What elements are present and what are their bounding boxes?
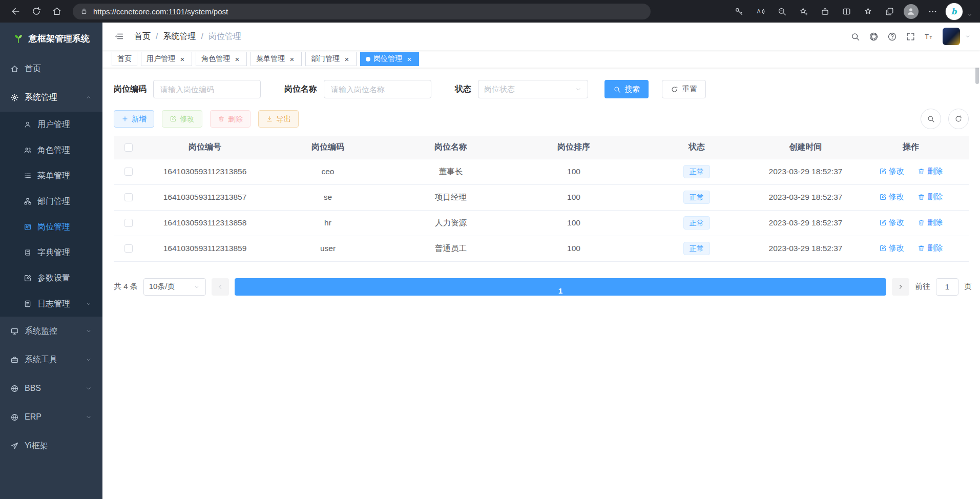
delete-button[interactable]: 删除 [210, 110, 251, 128]
collections-button[interactable] [881, 3, 898, 20]
zoom-button[interactable] [773, 3, 790, 20]
delete-row-button[interactable]: 删除 [918, 167, 943, 176]
sidebar-item-yi-framework[interactable]: Yi框架 [0, 431, 102, 460]
sidebar-item-dict-mgmt[interactable]: 字典管理 [0, 240, 102, 265]
delete-row-button[interactable]: 删除 [918, 218, 943, 227]
breadcrumb-home[interactable]: 首页 [134, 31, 151, 42]
copilot-dropdown-icon[interactable] [967, 12, 973, 18]
url-input[interactable] [93, 7, 643, 16]
globe-icon [10, 413, 19, 422]
modify-button[interactable]: 修改 [162, 110, 202, 128]
font-size-icon[interactable] [924, 32, 934, 41]
status-select[interactable]: 岗位状态 [478, 80, 588, 98]
search-button[interactable]: 搜索 [604, 80, 649, 98]
edit-row-button[interactable]: 修改 [879, 192, 904, 202]
sidebar-item-system-monitor[interactable]: 系统监控 [0, 317, 102, 345]
tab-dept-mgmt[interactable]: 部门管理 [305, 52, 357, 66]
sidebar-item-user-mgmt[interactable]: 用户管理 [0, 112, 102, 137]
sidebar-item-erp[interactable]: ERP [0, 403, 102, 431]
tab-role-mgmt[interactable]: 角色管理 [196, 52, 247, 66]
edit-label: 修改 [889, 218, 904, 227]
select-all-checkbox[interactable] [124, 143, 133, 152]
close-tab-icon[interactable] [233, 55, 241, 63]
split-screen-button[interactable] [838, 3, 855, 20]
page-size-select[interactable]: 10条/页 [143, 278, 206, 296]
edit-row-button[interactable]: 修改 [879, 167, 904, 176]
ellipsis-icon [928, 7, 937, 16]
close-tab-icon[interactable] [343, 55, 351, 63]
chevron-down-icon[interactable] [965, 33, 971, 39]
browser-menu-button[interactable] [924, 3, 941, 20]
show-search-button[interactable] [921, 109, 941, 129]
sidebar-toggle-button[interactable] [112, 29, 126, 44]
tab-label: 角色管理 [201, 54, 230, 64]
prev-page-button[interactable] [212, 278, 229, 296]
chevron-down-icon [85, 385, 92, 392]
edit-icon [879, 168, 887, 175]
download-icon [266, 115, 273, 122]
sidebar-item-system-mgmt[interactable]: 系统管理 [0, 83, 102, 112]
refresh-button[interactable] [28, 3, 45, 20]
close-tab-icon[interactable] [288, 55, 296, 63]
sidebar-item-log-mgmt[interactable]: 日志管理 [0, 291, 102, 317]
fullscreen-icon[interactable] [906, 32, 915, 41]
github-icon[interactable] [869, 32, 879, 41]
edit-row-button[interactable]: 修改 [879, 243, 904, 253]
tab-user-mgmt[interactable]: 用户管理 [141, 52, 192, 66]
delete-label: 删除 [927, 167, 943, 176]
read-aloud-button[interactable] [752, 3, 769, 20]
tab-menu-mgmt[interactable]: 菜单管理 [251, 52, 302, 66]
delete-row-button[interactable]: 删除 [918, 243, 943, 253]
add-favorite-button[interactable] [795, 3, 812, 20]
export-button[interactable]: 导出 [258, 110, 299, 128]
password-manager-button[interactable] [730, 3, 747, 20]
chevron-right-icon [897, 283, 904, 290]
sidebar-item-param-settings[interactable]: 参数设置 [0, 265, 102, 291]
profile-button[interactable] [902, 3, 920, 20]
page-1-button[interactable]: 1 [235, 278, 886, 296]
delete-row-button[interactable]: 删除 [918, 192, 943, 202]
copilot-button[interactable] [945, 3, 963, 20]
sidebar-item-system-tools[interactable]: 系统工具 [0, 345, 102, 374]
sidebar-item-post-mgmt[interactable]: 岗位管理 [0, 214, 102, 240]
user-avatar[interactable] [943, 28, 960, 45]
extensions-button[interactable] [816, 3, 833, 20]
post-code-input[interactable] [153, 80, 261, 98]
tab-home[interactable]: 首页 [112, 52, 137, 66]
tab-post-mgmt[interactable]: 岗位管理 [360, 52, 419, 66]
post-name-input[interactable] [324, 80, 431, 98]
browser-home-button[interactable] [48, 3, 66, 20]
add-button[interactable]: 新增 [114, 110, 154, 128]
next-page-button[interactable] [892, 278, 909, 296]
trash-icon [918, 193, 925, 201]
sidebar-item-label: 菜单管理 [37, 171, 70, 181]
site-info-lock-icon[interactable] [80, 7, 88, 15]
search-icon [927, 115, 935, 123]
row-checkbox[interactable] [124, 168, 133, 176]
scrollbar-thumb[interactable] [975, 66, 979, 84]
row-checkbox[interactable] [124, 244, 133, 253]
favorites-button[interactable] [859, 3, 877, 20]
close-tab-icon[interactable] [405, 55, 413, 63]
cell-post-name: 董事长 [389, 159, 512, 184]
sidebar-item-home[interactable]: 首页 [0, 54, 102, 83]
edit-row-button[interactable]: 修改 [879, 218, 904, 227]
sidebar-item-dept-mgmt[interactable]: 部门管理 [0, 189, 102, 214]
reset-button[interactable]: 重置 [662, 80, 706, 98]
refresh-table-button[interactable] [948, 109, 969, 129]
tab-label: 菜单管理 [256, 54, 285, 64]
back-button[interactable] [7, 3, 25, 20]
row-checkbox[interactable] [124, 193, 133, 201]
sidebar-item-menu-mgmt[interactable]: 菜单管理 [0, 163, 102, 189]
status-badge: 正常 [683, 242, 710, 256]
help-icon[interactable] [887, 32, 897, 41]
sidebar-item-role-mgmt[interactable]: 角色管理 [0, 137, 102, 163]
row-checkbox[interactable] [124, 219, 133, 227]
close-tab-icon[interactable] [178, 55, 186, 63]
search-icon[interactable] [850, 32, 860, 41]
sidebar: 意框架管理系统 首页 系统管理 用户管理 角色管理 [0, 23, 102, 499]
breadcrumb-system-mgmt[interactable]: 系统管理 [163, 31, 196, 42]
address-bar[interactable] [73, 4, 651, 19]
sidebar-item-bbs[interactable]: BBS [0, 374, 102, 403]
goto-page-input[interactable] [936, 278, 958, 296]
